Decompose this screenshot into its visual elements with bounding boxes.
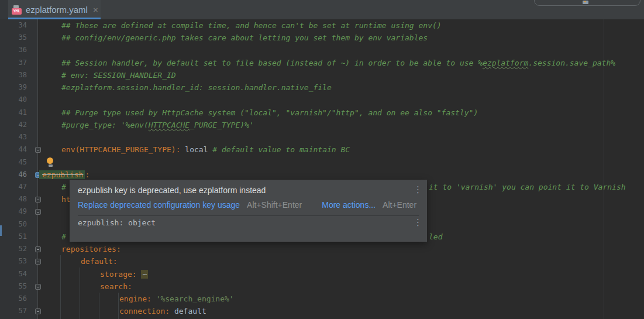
tab-bar-left-strip xyxy=(0,0,8,19)
popup-title: ezpublish key is deprecated, use ezplatf… xyxy=(78,186,419,195)
code-token: engine xyxy=(119,294,147,303)
line-number: 55 xyxy=(0,280,27,293)
popup-top-section: ezpublish key is deprecated, use ezplatf… xyxy=(70,180,427,211)
fold-marker-icon[interactable] xyxy=(35,284,41,290)
more-actions-shortcut: Alt+Enter xyxy=(383,200,416,210)
more-actions-link[interactable]: More actions... xyxy=(322,200,376,210)
line-number: 49 xyxy=(0,205,27,218)
kebab-menu-icon[interactable]: ⋮ xyxy=(414,218,422,227)
line-number: 38 xyxy=(0,69,27,81)
code-line: # env: SESSION_HANDLER_ID xyxy=(61,69,176,81)
popup-doc-section: ezpublish: object ⋮ xyxy=(70,211,427,235)
editor-tab-bar: YML ezplatform.yaml × xyxy=(0,0,644,19)
code-line-fragment: led xyxy=(429,231,442,243)
run-widget-cutoff[interactable] xyxy=(534,0,640,6)
code-line: env(HTTPCACHE_PURGE_TYPE): local # defau… xyxy=(61,143,350,156)
replace-action-shortcut: Alt+Shift+Enter xyxy=(247,200,302,210)
gutter-separator xyxy=(37,19,38,319)
code-token: ## config/env/generic.php takes care abo… xyxy=(61,33,428,42)
yaml-file-icon: YML xyxy=(12,5,22,15)
code-token: : xyxy=(113,257,118,266)
indent-guide xyxy=(60,255,61,319)
intention-popup: ezpublish key is deprecated, use ezplatf… xyxy=(70,180,427,242)
fold-marker-icon[interactable] xyxy=(35,197,41,203)
line-number: 43 xyxy=(0,131,27,143)
code-token: connection xyxy=(119,307,165,315)
code-line: search: xyxy=(100,280,132,293)
code-token: search xyxy=(100,282,128,291)
line-number: 34 xyxy=(0,19,27,32)
ide-window: YML ezplatform.yaml × 34## These are def… xyxy=(0,0,644,319)
code-token: HTTPCACHE xyxy=(149,121,190,129)
code-line: connection: default xyxy=(119,305,206,317)
code-token: _PURGE_TYPE)%' xyxy=(190,121,254,129)
code-token: : xyxy=(132,270,142,279)
line-number: 41 xyxy=(0,107,27,119)
line-number: 50 xyxy=(0,218,27,231)
code-line: storage: ~ xyxy=(100,268,148,280)
line-number: 36 xyxy=(0,44,27,56)
popup-actions: Replace deprecated configuration key usa… xyxy=(78,200,419,210)
code-token: ~ xyxy=(141,270,148,279)
line-number: 39 xyxy=(0,81,27,94)
intention-bulb-icon[interactable] xyxy=(47,157,54,167)
tab-label: ezplatform.yaml xyxy=(26,5,88,15)
code-line: ezpublish: xyxy=(42,169,89,181)
code-line: ## Session handler, by default set to fi… xyxy=(61,57,615,69)
kebab-menu-icon[interactable]: ⋮ xyxy=(414,186,422,194)
code-token: default xyxy=(81,257,113,266)
line-number: 51 xyxy=(0,231,27,243)
code-token: : xyxy=(176,145,185,154)
tab-ezplatform-yaml[interactable]: YML ezplatform.yaml × xyxy=(8,0,101,19)
code-line: #ezplatform.session.handler_id: session.… xyxy=(61,81,332,94)
indent-guide xyxy=(118,293,119,319)
code-token: # env: SESSION_HANDLER_ID xyxy=(61,71,176,80)
line-number: 42 xyxy=(0,119,27,131)
fold-marker-icon[interactable] xyxy=(35,259,41,265)
line-number: 52 xyxy=(0,243,27,255)
fold-marker-icon[interactable] xyxy=(35,246,41,252)
indent-guide xyxy=(80,267,80,319)
code-line: repositories: xyxy=(61,243,121,255)
code-token: # default value to maintain BC xyxy=(212,145,350,154)
tab-close-icon[interactable]: × xyxy=(93,5,98,15)
code-token: ## These are defined at compile time, an… xyxy=(61,21,442,30)
code-token: : xyxy=(128,282,132,291)
code-token: .session.save_path% xyxy=(528,59,615,67)
code-line-fragment: it to 'varnish' you can point it to Varn… xyxy=(429,181,626,193)
code-token: : xyxy=(165,307,174,315)
line-number: 47 xyxy=(0,181,27,193)
code-line: ## Purge type used by HttpCache system (… xyxy=(61,107,478,119)
code-token: #purge_type: '%env( xyxy=(61,121,149,129)
editor[interactable]: 34## These are defined at compile time, … xyxy=(0,19,644,319)
code-token: ezpublish xyxy=(39,170,85,179)
line-number: 48 xyxy=(0,193,27,205)
line-number: 40 xyxy=(0,94,27,106)
code-token: repositories xyxy=(61,245,116,253)
line-number: 53 xyxy=(0,255,27,267)
code-token: ## Session handler, by default set to fi… xyxy=(61,59,483,67)
line-number: 44 xyxy=(0,143,27,156)
code-token: : xyxy=(147,294,156,303)
code-token: default xyxy=(174,307,206,315)
fold-marker-icon[interactable] xyxy=(35,209,41,215)
run-widget-icon xyxy=(583,1,588,4)
line-number: 54 xyxy=(0,268,27,280)
line-number: 56 xyxy=(0,293,27,305)
code-line: ## These are defined at compile time, an… xyxy=(61,19,442,32)
fold-marker-icon[interactable] xyxy=(35,308,41,314)
code-token: local xyxy=(185,145,212,154)
fold-marker-icon[interactable] xyxy=(35,147,41,153)
code-token: #ezplatform.session.handler_id: session.… xyxy=(61,83,332,92)
code-token: '%search_engine%' xyxy=(156,294,234,303)
line-number: 46 xyxy=(0,169,27,181)
line-number: 45 xyxy=(0,156,27,169)
code-token: : xyxy=(85,170,89,179)
code-line: ## config/env/generic.php takes care abo… xyxy=(61,32,428,44)
code-token: : xyxy=(116,245,121,253)
indent-guide xyxy=(99,293,99,319)
replace-deprecated-key-action[interactable]: Replace deprecated configuration key usa… xyxy=(78,200,240,210)
code-token: env(HTTPCACHE_PURGE_TYPE) xyxy=(61,145,176,154)
code-token: ezplatform xyxy=(483,59,528,67)
code-line: default: xyxy=(81,255,118,267)
